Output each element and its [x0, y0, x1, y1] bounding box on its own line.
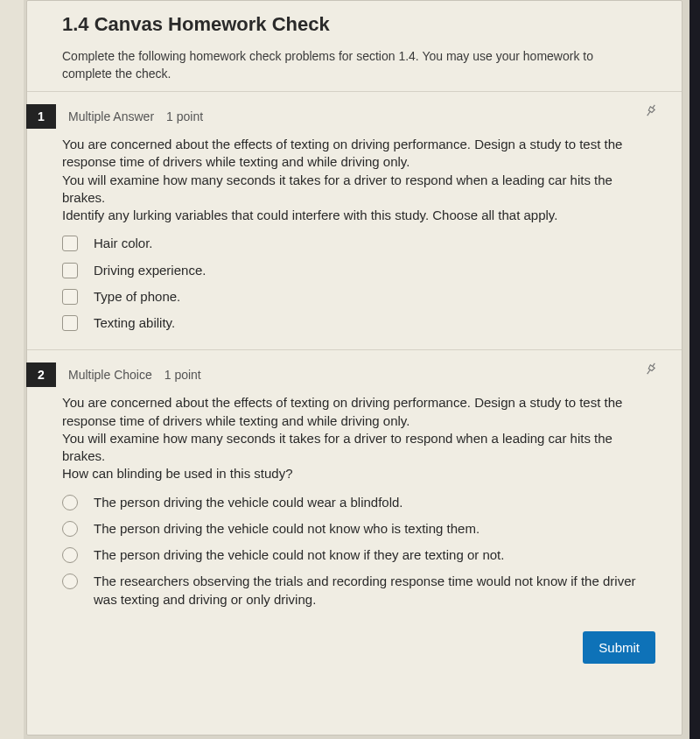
question-prompt: You are concerned about the effects of t…	[62, 136, 647, 224]
radio-icon[interactable]	[62, 495, 78, 510]
option-label: The researchers observing the trials and…	[94, 573, 647, 609]
page-title: 1.4 Canvas Homework Check	[62, 13, 655, 36]
question-points: 1 point	[166, 109, 203, 123]
question-number: 2	[26, 362, 56, 387]
option-row[interactable]: Type of phone.	[62, 288, 647, 306]
question-number: 1	[26, 104, 56, 129]
option-label: Hair color.	[94, 235, 647, 252]
question-prompt: You are concerned about the effects of t…	[62, 394, 647, 482]
checkbox-icon[interactable]	[62, 236, 78, 251]
options-list: Hair color. Driving experience. Type of …	[62, 235, 647, 332]
quiz-header: 1.4 Canvas Homework Check Complete the f…	[27, 1, 682, 91]
option-label: The person driving the vehicle could not…	[94, 546, 647, 564]
option-row[interactable]: Texting ability.	[62, 314, 647, 332]
option-label: Type of phone.	[94, 288, 647, 306]
option-row[interactable]: The person driving the vehicle could wea…	[62, 494, 647, 511]
submit-button[interactable]: Submit	[583, 631, 655, 664]
option-label: The person driving the vehicle could wea…	[94, 494, 647, 511]
option-row[interactable]: The person driving the vehicle could not…	[62, 520, 647, 538]
right-bezel	[690, 0, 700, 739]
checkbox-icon[interactable]	[62, 315, 78, 331]
pin-icon[interactable]	[643, 102, 659, 122]
pin-icon[interactable]	[643, 361, 659, 380]
radio-icon[interactable]	[62, 547, 78, 563]
question-body: You are concerned about the effects of t…	[27, 136, 655, 332]
option-label: Texting ability.	[94, 314, 647, 332]
options-list: The person driving the vehicle could wea…	[62, 494, 647, 609]
option-row[interactable]: Hair color.	[62, 235, 647, 252]
option-row[interactable]: Driving experience.	[62, 262, 647, 279]
quiz-instructions: Complete the following homework check pr…	[62, 48, 605, 82]
question-points: 1 point	[164, 368, 201, 382]
checkbox-icon[interactable]	[62, 263, 78, 278]
option-row[interactable]: The researchers observing the trials and…	[62, 573, 647, 609]
question-block: 2 Multiple Choice 1 point You are concer…	[27, 349, 682, 626]
question-body: You are concerned about the effects of t…	[27, 394, 655, 609]
checkbox-icon[interactable]	[62, 289, 78, 305]
question-header: 1 Multiple Answer 1 point	[27, 104, 655, 129]
submit-row: Submit	[27, 626, 682, 681]
quiz-page: 1.4 Canvas Homework Check Complete the f…	[26, 0, 682, 735]
question-header: 2 Multiple Choice 1 point	[27, 362, 655, 387]
question-block: 1 Multiple Answer 1 point You are concer…	[27, 91, 682, 349]
question-type: Multiple Answer	[68, 109, 154, 123]
option-label: The person driving the vehicle could not…	[94, 520, 647, 538]
option-row[interactable]: The person driving the vehicle could not…	[62, 546, 647, 564]
radio-icon[interactable]	[62, 574, 78, 589]
radio-icon[interactable]	[62, 521, 78, 537]
left-margin	[0, 0, 24, 739]
question-type: Multiple Choice	[68, 368, 152, 382]
option-label: Driving experience.	[94, 262, 647, 279]
